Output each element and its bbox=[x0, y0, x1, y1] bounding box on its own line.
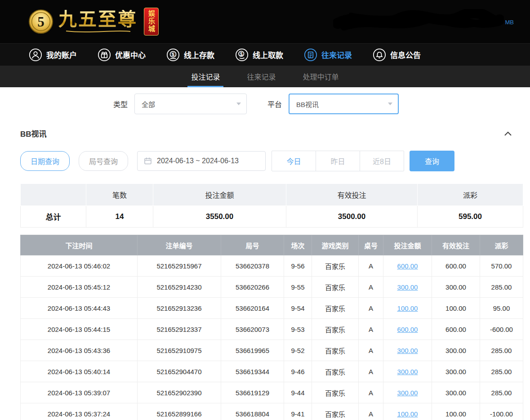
cell-game-type: 百家乐 bbox=[312, 298, 359, 319]
top-header: 5 九五至尊 娱乐城 MB bbox=[0, 0, 530, 43]
calendar-icon bbox=[144, 157, 152, 165]
table-row: 2024-06-13 05:40:14 521652904470 5366193… bbox=[21, 361, 523, 382]
section-title: BB视讯 bbox=[20, 128, 47, 139]
bet-amount-link[interactable]: 600.00 bbox=[397, 326, 418, 333]
section-header: BB视讯 bbox=[0, 114, 530, 139]
tab-transaction-records[interactable]: 往来记录 bbox=[243, 66, 279, 87]
summary-payout: 595.00 bbox=[418, 206, 523, 228]
bet-amount-link[interactable]: 100.00 bbox=[397, 304, 418, 312]
cell-payout: 285.00 bbox=[480, 277, 523, 298]
yesterday-button[interactable]: 昨日 bbox=[316, 151, 360, 171]
cell-table-no: A bbox=[359, 298, 383, 319]
nav-item-promotions[interactable]: 优惠中心 bbox=[98, 48, 146, 62]
bell-icon bbox=[373, 48, 386, 62]
records-icon bbox=[304, 48, 317, 62]
col-valid-bet: 有效投注 bbox=[432, 235, 480, 255]
date-range-input[interactable]: 2024-06-13 ~ 2024-06-13 bbox=[137, 151, 266, 171]
cell-round-id: 536620378 bbox=[221, 255, 284, 277]
cell-session: 9-46 bbox=[284, 361, 312, 382]
table-row: 2024-06-13 05:45:12 521652914230 5366202… bbox=[21, 277, 523, 298]
cell-session: 9-53 bbox=[284, 319, 312, 340]
cell-bet-time: 2024-06-13 05:44:15 bbox=[21, 319, 138, 340]
bet-amount-link[interactable]: 300.00 bbox=[397, 347, 418, 354]
cell-valid-bet: 300.00 bbox=[432, 340, 480, 361]
cell-round-id: 536620266 bbox=[221, 277, 284, 298]
cell-table-no: A bbox=[359, 319, 383, 340]
logo[interactable]: 5 九五至尊 娱乐城 bbox=[28, 8, 159, 36]
cell-bet-amount: 300.00 bbox=[383, 277, 432, 298]
bet-amount-link[interactable]: 100.00 bbox=[397, 410, 418, 418]
cell-table-no: A bbox=[359, 382, 383, 403]
nav-item-deposit[interactable]: $ 线上存款 bbox=[166, 48, 214, 62]
table-row: 2024-06-13 05:39:07 521652902390 5366191… bbox=[21, 382, 523, 403]
summary-header-payout: 派彩 bbox=[418, 184, 523, 206]
cell-table-no: A bbox=[359, 277, 383, 298]
cell-bet-id: 521652910975 bbox=[138, 340, 221, 361]
cell-payout: -100.00 bbox=[480, 403, 523, 420]
cell-round-id: 536620073 bbox=[221, 319, 284, 340]
cell-bet-id: 521652915967 bbox=[138, 255, 221, 277]
type-select[interactable]: 全部 bbox=[134, 94, 247, 114]
cell-session: 9-52 bbox=[284, 340, 312, 361]
deposit-coin-icon: $ bbox=[166, 48, 180, 62]
round-query-button[interactable]: 局号查询 bbox=[79, 151, 128, 171]
cell-payout: 285.00 bbox=[480, 361, 523, 382]
cell-bet-time: 2024-06-13 05:43:36 bbox=[21, 340, 138, 361]
today-button[interactable]: 今日 bbox=[272, 151, 316, 171]
cell-valid-bet: 300.00 bbox=[432, 382, 480, 403]
last-8-days-button[interactable]: 近8日 bbox=[360, 151, 404, 171]
search-button[interactable]: 查询 bbox=[410, 151, 454, 171]
cell-session: 9-44 bbox=[284, 382, 312, 403]
nav-item-withdraw[interactable]: $ 线上取款 bbox=[235, 48, 283, 62]
cell-valid-bet: 100.00 bbox=[432, 403, 480, 420]
cell-table-no: A bbox=[359, 255, 383, 277]
summary-bet-amount: 3550.00 bbox=[153, 206, 286, 228]
nav-label: 线上取款 bbox=[253, 49, 283, 60]
tab-processing-orders[interactable]: 处理中订单 bbox=[299, 66, 343, 87]
cell-game-type: 百家乐 bbox=[312, 340, 359, 361]
cell-round-id: 536618804 bbox=[221, 403, 284, 420]
bet-amount-link[interactable]: 300.00 bbox=[397, 283, 418, 291]
summary-count: 14 bbox=[86, 206, 153, 228]
cell-valid-bet: 300.00 bbox=[432, 361, 480, 382]
cell-bet-time: 2024-06-13 05:45:12 bbox=[21, 277, 138, 298]
tab-bet-records[interactable]: 投注记录 bbox=[187, 66, 223, 87]
nav-item-transaction-records[interactable]: 往来记录 bbox=[304, 48, 352, 62]
cell-session: 9-41 bbox=[284, 403, 312, 420]
col-round-id: 局号 bbox=[221, 235, 284, 255]
cell-valid-bet: 600.00 bbox=[432, 255, 480, 277]
cell-payout: 285.00 bbox=[480, 382, 523, 403]
table-row: 2024-06-13 05:44:43 521652913236 5366201… bbox=[21, 298, 523, 319]
bet-amount-link[interactable]: 300.00 bbox=[397, 389, 418, 397]
nav-label: 线上存款 bbox=[184, 49, 214, 60]
summary-total-label: 总计 bbox=[21, 206, 86, 228]
svg-text:$: $ bbox=[172, 52, 175, 57]
withdraw-coin-icon: $ bbox=[235, 48, 249, 62]
bet-table-header-row: 下注时间 注单编号 局号 场次 游戏类别 桌号 投注金额 有效投注 派彩 bbox=[21, 235, 523, 255]
bet-amount-link[interactable]: 600.00 bbox=[397, 262, 418, 270]
collapse-button[interactable] bbox=[504, 131, 512, 136]
brand-name: 九五至尊 bbox=[58, 10, 138, 29]
cell-bet-amount: 100.00 bbox=[383, 403, 432, 420]
cell-valid-bet: 100.00 bbox=[432, 298, 480, 319]
col-bet-id: 注单编号 bbox=[138, 235, 221, 255]
platform-select[interactable]: BB视讯 bbox=[289, 94, 399, 114]
type-select-value: 全部 bbox=[142, 99, 155, 109]
cell-bet-id: 521652902390 bbox=[138, 382, 221, 403]
cell-session: 9-54 bbox=[284, 298, 312, 319]
cell-payout: -600.00 bbox=[480, 319, 523, 340]
cell-table-no: A bbox=[359, 340, 383, 361]
cell-game-type: 百家乐 bbox=[312, 361, 359, 382]
filter-row: 类型 全部 平台 BB视讯 bbox=[0, 87, 530, 114]
nav-label: 我的账户 bbox=[46, 49, 77, 60]
date-query-button[interactable]: 日期查询 bbox=[20, 151, 70, 171]
nav-item-announcements[interactable]: 信息公告 bbox=[373, 48, 421, 62]
bet-amount-link[interactable]: 300.00 bbox=[397, 368, 418, 375]
table-row: 2024-06-13 05:44:15 521652912337 5366200… bbox=[21, 319, 523, 340]
currency-suffix: MB bbox=[505, 19, 514, 26]
nav-item-my-account[interactable]: 我的账户 bbox=[29, 48, 77, 62]
cell-bet-amount: 100.00 bbox=[383, 298, 432, 319]
main-nav: 我的账户 优惠中心 $ 线上存款 $ 线上取款 往来记录 bbox=[0, 43, 530, 66]
bet-records-table: 下注时间 注单编号 局号 场次 游戏类别 桌号 投注金额 有效投注 派彩 202… bbox=[20, 235, 523, 420]
col-session: 场次 bbox=[284, 235, 312, 255]
